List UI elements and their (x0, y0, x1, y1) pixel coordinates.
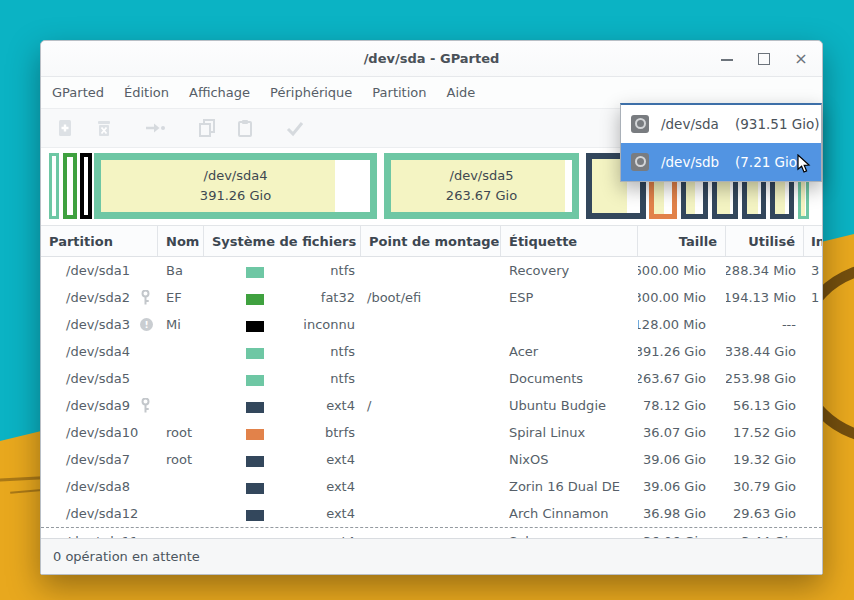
menu-item-partition[interactable]: Partition (372, 85, 426, 100)
drive-icon (631, 153, 649, 171)
partition-name: /dev/sda7 (66, 452, 130, 467)
lock-icon (140, 398, 151, 413)
mouse-cursor (797, 154, 811, 178)
table-row[interactable]: /dev/sda2 EF fat32 /boot/efi ESP 300.00 … (41, 284, 822, 311)
window-title: /dev/sda - GParted (364, 51, 500, 66)
column-header-used[interactable]: Utilisé (726, 226, 804, 256)
partition-nom: root (166, 425, 192, 440)
column-header-mountpoint[interactable]: Point de montage (361, 226, 501, 256)
window-controls: × (720, 41, 808, 76)
statusbar: 0 opération en attente (41, 538, 822, 574)
partition-segment-sda4[interactable]: /dev/sda4391.26 Gio (94, 153, 377, 219)
table-row[interactable]: /dev/sda8 ext4 Zorin 16 Dual DE 39.06 Gi… (41, 473, 822, 500)
filesystem-type: btrfs (325, 425, 355, 440)
partition-size: 39.06 Gio (643, 479, 706, 494)
partition-used: --- (782, 317, 796, 332)
delete-partition-icon[interactable] (92, 116, 116, 140)
apply-operations-icon[interactable] (283, 116, 307, 140)
device-size: (7.21 Gio) (735, 154, 802, 170)
close-button[interactable]: × (794, 52, 808, 66)
maximize-button[interactable] (757, 52, 771, 66)
partition-name: /dev/sda3 (66, 317, 130, 332)
filesystem-color-swatch (246, 321, 264, 332)
filesystem-color-swatch (246, 483, 264, 494)
column-header-filesystem[interactable]: Système de fichiers (204, 226, 361, 256)
resize-move-icon[interactable] (143, 116, 167, 140)
partition-used: 19.32 Gio (733, 452, 796, 467)
table-row[interactable]: /dev/sda5 ntfs Documents 263.67 Gio 253.… (41, 365, 822, 392)
column-header-nom[interactable]: Nom (158, 226, 204, 256)
partition-segment-sda1[interactable] (49, 153, 59, 219)
partition-size: 391.26 Gio (638, 344, 706, 359)
device-name: /dev/sda (661, 116, 733, 132)
filesystem-type: ext4 (326, 506, 355, 521)
device-size: (931.51 Gio) (735, 116, 820, 132)
device-name: /dev/sdb (661, 154, 733, 170)
warning-icon: ! (140, 318, 153, 331)
device-option-sda[interactable]: /dev/sda (931.51 Gio) (621, 105, 821, 143)
partition-used: 29.63 Gio (733, 506, 796, 521)
column-header-unused[interactable]: Inutilisé (804, 226, 822, 256)
partition-nom: EF (166, 290, 182, 305)
filesystem-type: inconnu (303, 317, 355, 332)
filesystem-color-swatch (246, 267, 264, 278)
partition-used: 253.98 Gio (726, 371, 796, 386)
lock-icon (140, 290, 151, 305)
filesystem-color-swatch (246, 375, 264, 386)
partition-label: Acer (509, 344, 538, 359)
partition-size: 78.12 Gio (643, 398, 706, 413)
minimize-button[interactable] (720, 52, 734, 66)
menu-item-edition[interactable]: Édition (124, 85, 169, 100)
filesystem-color-swatch (246, 510, 264, 521)
device-option-sdb[interactable]: /dev/sdb (7.21 Gio) (621, 143, 821, 181)
partition-size: 36.98 Gio (643, 506, 706, 521)
partition-size: 39.06 Gio (643, 452, 706, 467)
column-header-label[interactable]: Étiquette (501, 226, 638, 256)
table-row[interactable]: /dev/sda12 ext4 Arch Cinnamon 36.98 Gio … (41, 500, 822, 527)
menu-item-affichage[interactable]: Affichage (189, 85, 250, 100)
partition-name: /dev/sda9 (66, 398, 130, 413)
partition-used: 194.13 Mio (726, 290, 796, 305)
partition-label: Zorin 16 Dual DE (509, 479, 620, 494)
partition-name: /dev/sda2 (66, 290, 130, 305)
table-row[interactable]: /dev/sda4 ntfs Acer 391.26 Gio 338.44 Gi… (41, 338, 822, 365)
table-row[interactable]: /dev/sda7 root ext4 NixOS 39.06 Gio 19.3… (41, 446, 822, 473)
filesystem-type: ext4 (326, 479, 355, 494)
mount-point: / (367, 398, 371, 413)
partition-segment-sda5[interactable]: /dev/sda5263.67 Gio (384, 153, 579, 219)
partition-nom: root (166, 452, 192, 467)
titlebar[interactable]: /dev/sda - GParted × (41, 41, 822, 77)
column-header-size[interactable]: Taille (638, 226, 726, 256)
filesystem-type: fat32 (321, 290, 355, 305)
partition-unused: 3 (811, 263, 819, 278)
partition-unused: 1 (811, 290, 819, 305)
copy-icon[interactable] (195, 116, 219, 140)
filesystem-type: ntfs (330, 371, 355, 386)
table-row[interactable]: /dev/sda10 root btrfs Spiral Linux 36.07… (41, 419, 822, 446)
partition-label: NixOS (509, 452, 549, 467)
partition-label: Documents (509, 371, 583, 386)
filesystem-color-swatch (246, 402, 264, 413)
partition-segment-sda2[interactable] (63, 153, 77, 219)
partition-nom: Ba (166, 263, 183, 278)
table-row[interactable]: /dev/sda9 ext4 / Ubuntu Budgie 78.12 Gio… (41, 392, 822, 419)
partition-label: Arch Cinnamon (509, 506, 608, 521)
paste-icon[interactable] (233, 116, 257, 140)
desktop: /dev/sda - GParted × GPartedÉditionAffic… (0, 0, 854, 600)
table-row[interactable]: /dev/sda3! Mi inconnu 128.00 Mio --- (41, 311, 822, 338)
column-header-partition[interactable]: Partition (41, 226, 158, 256)
partition-label: Spiral Linux (509, 425, 585, 440)
menu-item-gparted[interactable]: GParted (52, 85, 104, 100)
filesystem-type: ext4 (326, 398, 355, 413)
partition-label: ESP (509, 290, 533, 305)
table-row[interactable]: /dev/sda1 Ba ntfs Recovery 600.00 Mio 28… (41, 257, 822, 284)
segment-label: /dev/sda5263.67 Gio (446, 166, 517, 206)
filesystem-color-swatch (246, 294, 264, 305)
partition-label: Recovery (509, 263, 569, 278)
pending-operations-text: 0 opération en attente (53, 549, 200, 564)
menu-item-aide[interactable]: Aide (447, 85, 476, 100)
menu-item-peripherique[interactable]: Périphérique (270, 85, 352, 100)
partition-used: 17.52 Gio (733, 425, 796, 440)
new-partition-icon[interactable] (53, 116, 77, 140)
partition-segment-sda3[interactable] (80, 153, 92, 219)
